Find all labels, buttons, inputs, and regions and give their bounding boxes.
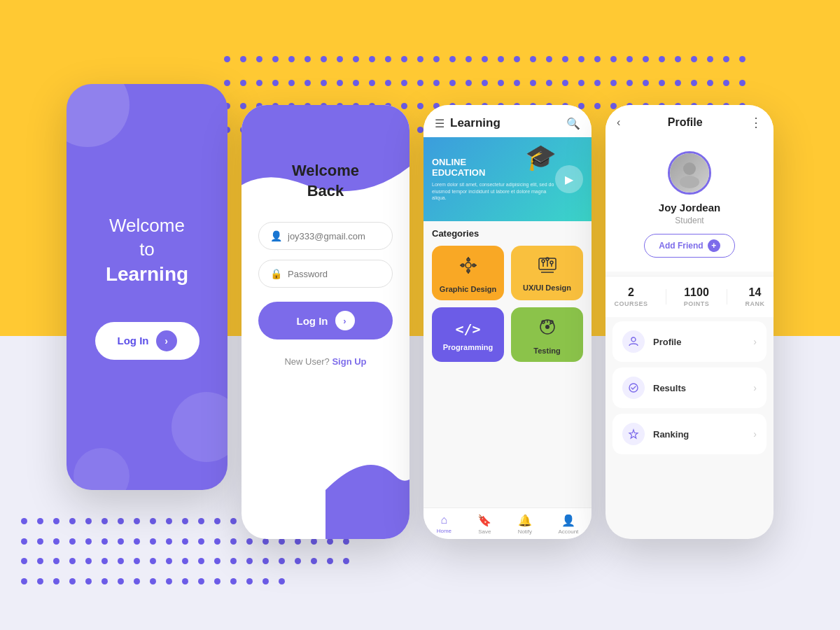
category-programming[interactable]: </> Programming xyxy=(432,307,504,362)
results-menu-icon xyxy=(622,377,645,399)
title-row: ☰ Learning xyxy=(435,116,500,130)
category-uxui-design[interactable]: UX/UI Design xyxy=(511,246,583,300)
profile-title: Profile xyxy=(668,116,703,129)
profile-menu: Profile › Results › xyxy=(606,321,774,454)
uxui-design-label: UX/UI Design xyxy=(523,284,571,292)
menu-item-results[interactable]: Results › xyxy=(612,368,766,408)
phone2-login-label: Log In xyxy=(297,315,328,327)
menu-results-label: Results xyxy=(653,383,745,393)
category-testing[interactable]: Testing xyxy=(511,307,583,362)
stat-divider-1 xyxy=(666,289,666,304)
graphic-design-label: Graphic Design xyxy=(440,285,496,293)
learning-title: Learning xyxy=(450,116,500,130)
graduation-cap-icon: 🎓 xyxy=(525,143,556,172)
account-icon: 👤 xyxy=(561,514,575,527)
nav-notify[interactable]: 🔔 Notify xyxy=(518,514,532,535)
bottom-nav: ⌂ Home 🔖 Save 🔔 Notify 👤 Account xyxy=(424,507,592,539)
svg-point-22 xyxy=(542,321,545,323)
blob-br xyxy=(172,392,227,462)
category-graphic-design[interactable]: Graphic Design xyxy=(432,246,504,300)
phone3-body: Categories xyxy=(424,221,592,507)
phone2-content: Welcome Back 👤 🔒 FORGOT? Log In › New Us… xyxy=(241,105,410,388)
ranking-menu-icon xyxy=(622,423,645,445)
back-arrow-icon[interactable]: ‹ xyxy=(617,116,620,129)
svg-point-24 xyxy=(680,176,699,188)
testing-icon xyxy=(538,317,557,341)
user-role: Student xyxy=(675,216,704,225)
password-input[interactable] xyxy=(288,269,405,279)
svg-point-26 xyxy=(629,384,638,392)
svg-point-0 xyxy=(465,262,471,268)
nav-home[interactable]: ⌂ Home xyxy=(437,514,451,535)
avatar-face xyxy=(670,153,709,192)
stat-points-label: POINTS xyxy=(684,300,710,307)
phone-login: Welcome Back 👤 🔒 FORGOT? Log In › New Us… xyxy=(241,105,410,539)
phone1-login-button[interactable]: Log In › xyxy=(95,322,200,360)
stat-courses-label: COURSES xyxy=(615,300,648,307)
notify-icon: 🔔 xyxy=(518,514,532,527)
search-icon[interactable]: 🔍 xyxy=(566,117,580,130)
phone2-login-button[interactable]: Log In › xyxy=(258,302,393,340)
hamburger-icon[interactable]: ☰ xyxy=(435,117,444,130)
stat-courses-value: 2 xyxy=(628,286,634,299)
add-friend-label: Add Friend xyxy=(659,241,703,251)
categories-title: Categories xyxy=(432,228,583,239)
stat-rank-value: 14 xyxy=(749,286,762,299)
profile-card: Joy Jordean Student Add Friend + xyxy=(606,140,774,272)
nav-notify-label: Notify xyxy=(518,528,532,535)
password-field[interactable]: 🔒 FORGOT? xyxy=(258,260,393,288)
menu-profile-label: Profile xyxy=(653,337,745,347)
phone1-arrow-icon: › xyxy=(156,330,177,351)
welcome-text-block: Welcome to Learning xyxy=(106,214,188,287)
uxui-design-icon xyxy=(538,257,557,278)
learning-header: ☰ Learning 🔍 xyxy=(424,105,592,137)
add-friend-button[interactable]: Add Friend + xyxy=(644,234,734,258)
email-field[interactable]: 👤 xyxy=(258,222,393,250)
categories-grid: Graphic Design xyxy=(432,246,583,362)
nav-home-label: Home xyxy=(437,528,451,534)
welcome-line2: to xyxy=(106,238,188,262)
blob-tl xyxy=(66,84,130,147)
menu-item-profile[interactable]: Profile › xyxy=(612,321,766,362)
home-icon: ⌂ xyxy=(440,514,447,526)
nav-save[interactable]: 🔖 Save xyxy=(477,514,491,535)
programming-icon: </> xyxy=(455,321,480,337)
svg-point-18 xyxy=(545,325,550,329)
stat-divider-2 xyxy=(727,289,727,304)
stat-points: 1100 POINTS xyxy=(684,286,710,307)
nav-account[interactable]: 👤 Account xyxy=(558,514,578,535)
stat-rank: 14 RANK xyxy=(745,286,764,307)
bottom-wave xyxy=(326,434,410,539)
nav-save-label: Save xyxy=(478,528,491,535)
phones-container: Welcome to Learning Log In › Welcome Bac… xyxy=(0,84,840,539)
play-button[interactable]: ▶ xyxy=(555,165,583,193)
phone1-login-label: Log In xyxy=(118,335,149,346)
phone-learning: ☰ Learning 🔍 ONLINEEDUCATION Lorem dolor… xyxy=(424,105,592,539)
new-user-text: New User? Sign Up xyxy=(284,356,366,367)
stats-row: 2 COURSES 1100 POINTS 14 RANK xyxy=(606,276,774,317)
more-options-icon[interactable]: ⋮ xyxy=(750,115,762,130)
graphic-design-icon xyxy=(458,255,478,279)
chevron-ranking-icon: › xyxy=(753,428,757,440)
user-name: Joy Jordean xyxy=(659,202,720,214)
menu-item-ranking[interactable]: Ranking › xyxy=(612,414,766,454)
nav-account-label: Account xyxy=(558,528,578,535)
svg-point-21 xyxy=(550,321,553,323)
user-icon: 👤 xyxy=(270,230,282,241)
svg-point-25 xyxy=(631,337,636,342)
profile-menu-icon xyxy=(622,330,645,353)
phone2-arrow-icon: › xyxy=(335,311,355,330)
welcome-line3: Learning xyxy=(106,262,188,287)
svg-point-15 xyxy=(550,261,553,264)
menu-ranking-label: Ranking xyxy=(653,429,745,440)
svg-point-23 xyxy=(683,162,696,175)
online-education-banner: ONLINEEDUCATION Lorem dolor sit amet, co… xyxy=(424,137,592,221)
chevron-profile-icon: › xyxy=(753,336,757,347)
svg-point-13 xyxy=(542,260,545,262)
signup-link[interactable]: Sign Up xyxy=(332,356,366,367)
chevron-results-icon: › xyxy=(753,382,757,393)
stat-rank-label: RANK xyxy=(745,300,764,307)
phone-welcome: Welcome to Learning Log In › xyxy=(66,84,227,490)
lock-icon: 🔒 xyxy=(270,268,282,279)
email-input[interactable] xyxy=(288,231,405,241)
